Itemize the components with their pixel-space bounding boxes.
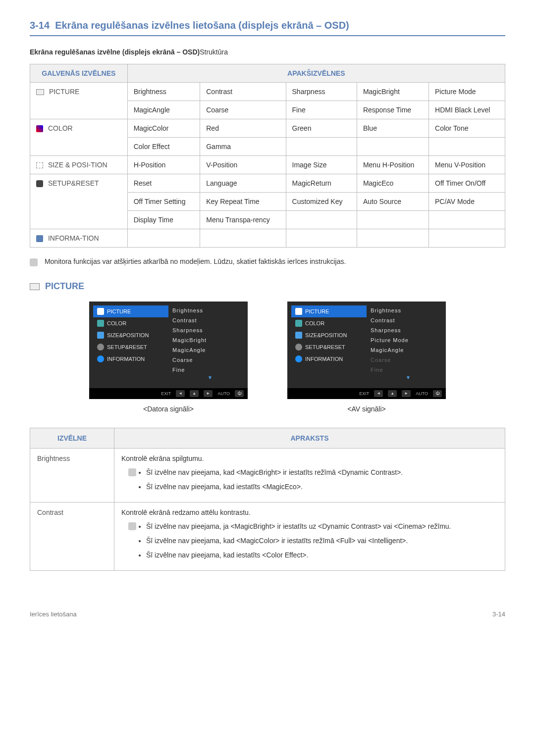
submenu-cell: Coarse	[200, 101, 286, 119]
section-heading: Ekrāna regulēšanas izvēlnes lietošana (d…	[55, 20, 349, 31]
osd-option: Contrast	[172, 315, 248, 325]
footer-right: 3-14	[492, 610, 505, 618]
menu-icon	[36, 235, 43, 242]
desc-intro: Kontrolē ekrānā redzamo attēlu kontrastu…	[121, 508, 498, 516]
osd-footer: EXIT ◄ ▲ ► AUTO ⏻	[89, 388, 248, 399]
osd-option: Brightness	[172, 305, 248, 315]
osd-menu-icon	[295, 320, 302, 327]
osd-option: Brightness	[371, 305, 446, 315]
submenu-cell: Customized Key	[286, 193, 357, 211]
desc-menu-name: Contrast	[30, 502, 114, 570]
note-icon	[30, 258, 38, 266]
submenu-cell: MagicBright	[357, 83, 428, 101]
osd-footer: EXIT ◄ ▲ ► AUTO ⏻	[287, 388, 446, 399]
osd-option: Sharpness	[371, 325, 446, 335]
submenu-cell: Blue	[357, 119, 428, 138]
submenu-cell: H-Position	[127, 156, 200, 174]
desc-intro: Kontrolē ekrāna spilgtumu.	[121, 454, 498, 462]
submenu-cell	[357, 229, 428, 248]
picture-icon	[30, 283, 40, 290]
osd-menu-icon	[295, 308, 302, 315]
submenu-cell: MagicEco	[357, 174, 428, 193]
subtitle-bold: Ekrāna regulēšanas izvēlne (displejs ekr…	[30, 48, 200, 56]
main-menu-cell: PICTURE	[30, 83, 128, 119]
osd-nav-icon: ◄	[176, 390, 185, 397]
submenu-cell: Reset	[127, 174, 200, 193]
osd-auto-label: AUTO	[416, 391, 428, 396]
submenu-cell: Fine	[286, 101, 357, 119]
osd-menu-item: SIZE&POSITION	[95, 329, 168, 341]
osd-menu-icon	[97, 344, 104, 351]
osd-menu-label: SETUP&RESET	[107, 344, 147, 350]
submenu-cell: Response Time	[357, 101, 428, 119]
submenu-cell: Picture Mode	[429, 83, 505, 101]
subtitle: Ekrāna regulēšanas izvēlne (displejs ekr…	[30, 48, 505, 56]
footer-left: Ierīces lietošana	[30, 610, 77, 618]
osd-menu-label: SETUP&RESET	[305, 344, 345, 350]
page-footer: Ierīces lietošana 3-14	[30, 610, 505, 618]
main-menu-cell: SIZE & POSI-TION	[30, 156, 128, 174]
osd-option: MagicAngle	[172, 345, 248, 355]
desc-list-item: Šī izvēlne nav pieejama, kad iestatīts <…	[146, 550, 498, 560]
submenu-cell: HDMI Black Level	[429, 101, 505, 119]
note-row: Monitora funkcijas var atšķirties atkarī…	[30, 257, 505, 266]
osd-menu-icon	[295, 355, 302, 362]
th-main-menu: GALVENĀS IZVĒLNES	[30, 64, 128, 83]
osd-option: Fine	[371, 365, 446, 375]
osd-option: MagicAngle	[371, 345, 446, 355]
submenu-cell: MagicColor	[127, 119, 200, 138]
submenu-cell: Auto Source	[357, 193, 428, 211]
submenu-cell	[286, 229, 357, 248]
osd-caption-b: <AV signāli>	[347, 405, 386, 413]
osd-option: Sharpness	[172, 325, 248, 335]
submenu-cell: Menu H-Position	[357, 156, 428, 174]
osd-menu-label: PICTURE	[305, 308, 329, 314]
osd-menu-item: PICTURE	[291, 305, 367, 317]
chevron-down-icon: ▼	[172, 375, 248, 380]
osd-menu-label: SIZE&POSITION	[305, 332, 347, 338]
desc-list-item: Šī izvēlne nav pieejama, kad iestatīts <…	[146, 482, 498, 492]
osd-option: Coarse	[371, 355, 446, 365]
submenu-cell	[286, 211, 357, 229]
desc-menu-name: Brightness	[30, 448, 114, 502]
osd-menu-label: INFORMATION	[305, 356, 343, 362]
desc-cell: Kontrolē ekrānā redzamo attēlu kontrastu…	[114, 502, 505, 570]
osd-power-icon: ⏻	[235, 390, 244, 397]
submenu-cell	[286, 138, 357, 156]
osd-menu-label: PICTURE	[107, 308, 131, 314]
osd-option: MagicBright	[172, 335, 248, 345]
submenu-cell	[429, 211, 505, 229]
osd-screenshots: PICTURECOLORSIZE&POSITIONSETUP&RESETINFO…	[30, 302, 505, 413]
menu-icon	[36, 162, 43, 168]
description-table: IZVĒLNE APRAKSTS BrightnessKontrolē ekrā…	[30, 428, 505, 571]
osd-auto-label: AUTO	[217, 391, 230, 396]
desc-cell: Kontrolē ekrāna spilgtumu.Šī izvēlne nav…	[114, 448, 505, 502]
main-menu-cell: COLOR	[30, 119, 128, 156]
osd-option: Coarse	[172, 355, 248, 365]
osd-menu-item: SETUP&RESET	[293, 341, 367, 353]
submenu-cell: Green	[286, 119, 357, 138]
note-text: Monitora funkcijas var atšķirties atkarī…	[45, 257, 346, 265]
osd-nav-icon: ◄	[374, 390, 383, 397]
osd-menu-icon	[295, 332, 302, 339]
section-title: 3-14 Ekrāna regulēšanas izvēlnes lietoša…	[30, 20, 505, 36]
menu-icon	[36, 180, 43, 187]
submenu-cell: Language	[200, 174, 286, 193]
osd-menu-item: SIZE&POSITION	[293, 329, 367, 341]
osd-menu-b: PICTURECOLORSIZE&POSITIONSETUP&RESETINFO…	[287, 302, 446, 399]
desc-list-item: Šī izvēlne nav pieejama, ja <MagicBright…	[146, 521, 498, 532]
osd-block-b: PICTURECOLORSIZE&POSITIONSETUP&RESETINFO…	[287, 302, 446, 413]
picture-heading-text: PICTURE	[45, 281, 84, 291]
osd-menu-item: PICTURE	[93, 305, 168, 317]
osd-block-a: PICTURECOLORSIZE&POSITIONSETUP&RESETINFO…	[89, 302, 248, 413]
osd-caption-a: <Datora signāli>	[143, 405, 194, 413]
osd-menu-item: INFORMATION	[95, 353, 168, 365]
osd-menu-label: SIZE&POSITION	[107, 332, 149, 338]
osd-nav-icon: ▲	[388, 390, 397, 397]
osd-nav-icon: ►	[402, 390, 411, 397]
osd-menu-icon	[97, 332, 104, 339]
picture-heading: PICTURE	[30, 281, 505, 292]
submenu-cell: Image Size	[286, 156, 357, 174]
osd-menu-a: PICTURECOLORSIZE&POSITIONSETUP&RESETINFO…	[89, 302, 248, 399]
submenu-cell: V-Position	[200, 156, 286, 174]
